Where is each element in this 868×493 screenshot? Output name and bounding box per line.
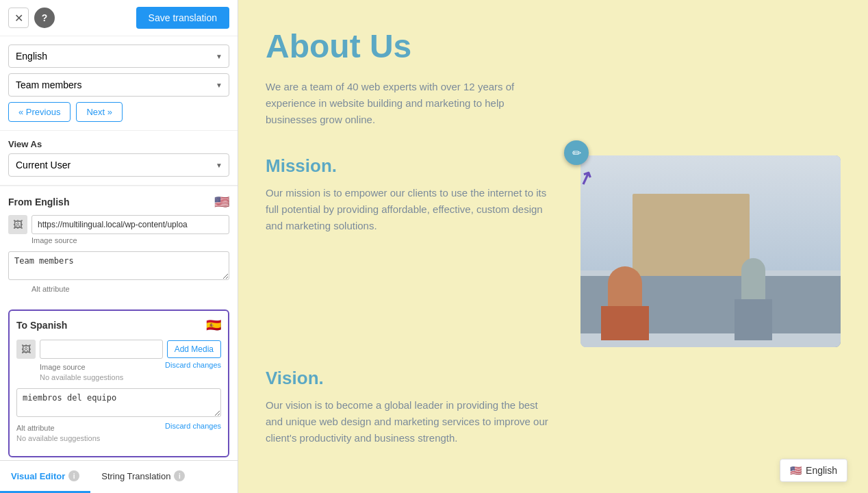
left-panel: ✕ ? Save translation English Spanish Fre…	[0, 0, 238, 493]
language-badge-label: English	[806, 465, 837, 476]
view-as-label: View As	[8, 139, 229, 149]
discard-alt-link[interactable]: Discard changes	[165, 422, 221, 432]
from-image-icon: 🖼	[8, 215, 27, 234]
post-select[interactable]: Team members Home About Us	[8, 73, 229, 97]
help-button[interactable]: ?	[34, 8, 55, 28]
bottom-tabs: Visual Editor i String Translation i	[0, 460, 238, 493]
tab-visual-editor-label: Visual Editor	[11, 471, 65, 481]
right-panel: About Us We are a team of 40 web experts…	[238, 0, 868, 493]
top-bar: ✕ ? Save translation	[0, 0, 238, 36]
add-media-button[interactable]: Add Media	[167, 340, 221, 358]
view-as-select[interactable]: Current User Administrator Guest	[8, 153, 229, 177]
to-image-source-group: 🖼 Add Media Image source Discard changes…	[16, 340, 221, 381]
to-image-input-row: 🖼 Add Media	[16, 340, 221, 359]
from-image-source-group: 🖼 Image source	[8, 215, 229, 244]
from-section-header: From English 🇺🇸	[8, 194, 229, 210]
visual-editor-info-icon: i	[68, 470, 79, 481]
next-button[interactable]: Next »	[76, 102, 123, 122]
from-section: From English 🇺🇸 🖼 Image source Team memb…	[8, 194, 229, 300]
from-alt-label: Alt attribute	[31, 285, 229, 293]
mission-text: Our mission is to empower our clients to…	[266, 185, 553, 234]
edit-icon[interactable]: ✏	[564, 140, 589, 165]
to-section-header: To Spanish 🇪🇸	[16, 318, 221, 333]
person1-body	[601, 306, 649, 340]
mission-heading: Mission.	[266, 155, 567, 177]
person2-body	[735, 299, 772, 340]
save-translation-button[interactable]: Save translation	[136, 7, 229, 29]
tab-string-translation-label: String Translation	[101, 471, 170, 481]
translation-content: From English 🇺🇸 🖼 Image source Team memb…	[0, 186, 238, 460]
office-scene: DESIGNERS SHOULD ALWAYS KEEP THEIR USERS…	[580, 155, 841, 347]
from-image-source-input[interactable]	[31, 215, 229, 234]
to-alt-label: Alt attribute	[16, 424, 55, 432]
to-flag: 🇪🇸	[206, 318, 221, 333]
to-alt-textarea[interactable]: miembros del equipo	[16, 388, 221, 417]
string-translation-info-icon: i	[174, 470, 185, 481]
page-title: About Us	[266, 27, 841, 65]
nav-buttons: « Previous Next »	[8, 102, 229, 122]
no-suggestions-1: No available suggestions	[40, 373, 221, 381]
tab-string-translation[interactable]: String Translation i	[90, 461, 196, 493]
tab-visual-editor[interactable]: Visual Editor i	[0, 461, 90, 493]
previous-button[interactable]: « Previous	[8, 102, 71, 122]
from-section-title: From English	[8, 197, 69, 207]
vision-heading: Vision.	[266, 368, 841, 389]
language-flag-badge: 🇺🇸	[790, 465, 802, 476]
mission-text-area: Mission. Our mission is to empower our c…	[266, 155, 567, 347]
view-as-select-wrapper: Current User Administrator Guest	[8, 153, 229, 177]
from-image-source-label: Image source	[31, 236, 229, 244]
view-as-section: View As Current User Administrator Guest	[0, 131, 238, 186]
post-select-wrapper: Team members Home About Us	[8, 73, 229, 97]
mission-section: Mission. Our mission is to empower our c…	[266, 155, 841, 347]
language-select-wrapper: English Spanish French	[8, 45, 229, 68]
from-alt-textarea[interactable]: Team members	[8, 251, 229, 280]
page-description: We are a team of 40 web experts with ove…	[266, 79, 553, 128]
top-bar-left: ✕ ?	[8, 8, 55, 28]
language-select[interactable]: English Spanish French	[8, 45, 229, 68]
from-alt-group: Team members Alt attribute	[8, 251, 229, 293]
to-image-source-label: Image source	[40, 363, 86, 371]
vision-text: Our vision is to become a global leader …	[266, 397, 553, 446]
to-image-icon: 🖼	[16, 340, 36, 359]
controls-section: English Spanish French Team members Home…	[0, 36, 238, 131]
no-suggestions-2: No available suggestions	[16, 434, 221, 442]
language-badge[interactable]: 🇺🇸 English	[780, 459, 847, 482]
close-button[interactable]: ✕	[8, 8, 29, 28]
office-image: DESIGNERS SHOULD ALWAYS KEEP THEIR USERS…	[580, 155, 841, 347]
from-flag: 🇺🇸	[214, 194, 229, 210]
to-section-title: To Spanish	[16, 320, 67, 331]
to-section: To Spanish 🇪🇸 🖼 Add Media Image source D…	[8, 309, 229, 457]
to-image-source-input[interactable]	[40, 340, 163, 359]
discard-image-link[interactable]: Discard changes	[165, 361, 221, 371]
to-alt-group: miembros del equipo Alt attribute Discar…	[16, 388, 221, 442]
vision-section: Vision. Our vision is to become a global…	[266, 368, 841, 446]
from-image-input-row: 🖼	[8, 215, 229, 234]
